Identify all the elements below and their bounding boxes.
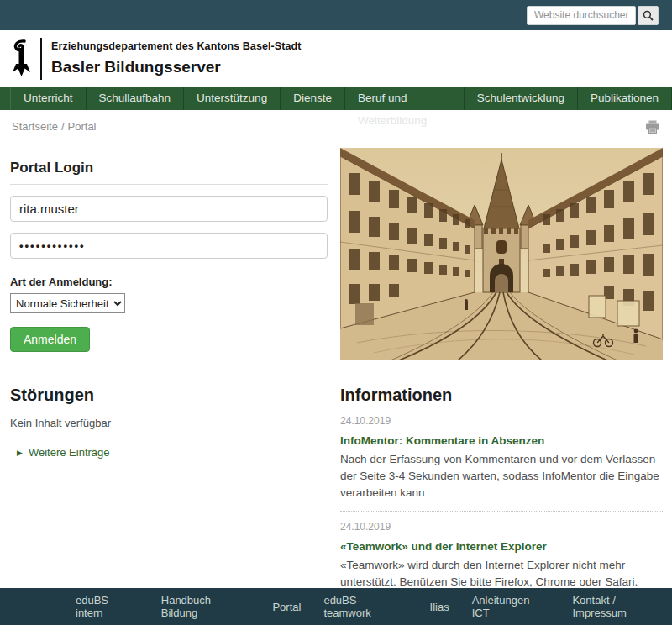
top-bar (0, 0, 672, 30)
site-header: Erziehungsdepartement des Kantons Basel-… (0, 30, 672, 87)
news-body: Nach der Erfassung von Kommentaren und v… (340, 451, 663, 502)
auth-type-select[interactable]: Normale Sicherheit (10, 293, 125, 313)
nav-item-schullaufbahn[interactable]: Schullaufbahn (87, 87, 185, 110)
login-panel: Portal Login Art der Anmeldung: Normale … (10, 143, 328, 360)
top-row: Portal Login Art der Anmeldung: Normale … (10, 143, 663, 360)
footer-link-handbuch-bildung[interactable]: Handbuch Bildung (161, 594, 250, 619)
auth-type-label: Art der Anmeldung: (10, 276, 328, 288)
printer-icon[interactable] (645, 120, 660, 134)
nav-item-dienste[interactable]: Dienste (281, 87, 345, 110)
news-title-link[interactable]: «Teamwork» und der Internet Explorer (340, 540, 663, 553)
main-content: Portal Login Art der Anmeldung: Normale … (0, 143, 672, 625)
footer-link-kontakt-impressum[interactable]: Kontakt / Impressum (572, 594, 672, 619)
login-title: Portal Login (10, 160, 328, 185)
more-entries-label: Weitere Einträge (29, 446, 110, 459)
stoerungen-empty-text: Kein Inhalt verfügbar (10, 417, 328, 429)
login-button[interactable]: Anmelden (10, 327, 90, 352)
more-entries-link[interactable]: ▶ Weitere Einträge (17, 446, 328, 459)
nav-item-unterricht[interactable]: Unterricht (10, 87, 87, 110)
breadcrumb-row: Startseite/Portal (0, 110, 672, 143)
search-input[interactable] (527, 6, 636, 25)
breadcrumb: Startseite/Portal (12, 120, 97, 133)
basel-street-drawing (340, 148, 663, 360)
news-item: 24.10.2019 InfoMentor: Kommentare in Abs… (340, 415, 663, 512)
news-title-link[interactable]: InfoMentor: Kommentare in Absenzen (340, 434, 663, 447)
footer: eduBS intern Handbuch Bildung Portal edu… (0, 588, 672, 625)
username-field[interactable] (10, 196, 328, 222)
informationen-title: Informationen (340, 386, 663, 405)
footer-link-anleitungen-ict[interactable]: Anleitungen ICT (472, 594, 550, 619)
basel-crest-icon (10, 39, 33, 78)
nav-item-schulentwicklung[interactable]: Schulentwicklung (465, 87, 578, 110)
footer-link-edubs-intern[interactable]: eduBS intern (76, 594, 139, 619)
portal-image-panel (340, 143, 663, 360)
search-button[interactable] (638, 6, 659, 25)
header-titles: Erziehungsdepartement des Kantons Basel-… (51, 40, 302, 76)
breadcrumb-separator: / (61, 120, 65, 133)
portal-page: Erziehungsdepartement des Kantons Basel-… (0, 0, 672, 625)
footer-link-ilias[interactable]: Ilias (430, 601, 449, 613)
header-divider (40, 38, 42, 80)
nav-item-unterstuetzung[interactable]: Unterstützung (184, 87, 281, 110)
footer-link-edubs-teamwork[interactable]: eduBS-teamwork (323, 594, 407, 619)
breadcrumb-home[interactable]: Startseite (12, 120, 58, 133)
nav-item-beruf-weiterbildung[interactable]: Beruf und Weiterbildung (345, 87, 465, 110)
department-name: Erziehungsdepartement des Kantons Basel-… (51, 40, 302, 52)
breadcrumb-current: Portal (68, 120, 97, 133)
site-search (527, 6, 659, 25)
triangle-right-icon: ▶ (17, 449, 23, 457)
site-title: Basler Bildungsserver (51, 58, 302, 76)
password-field[interactable] (10, 233, 328, 259)
news-date: 24.10.2019 (340, 415, 663, 427)
main-nav: Unterricht Schullaufbahn Unterstützung D… (0, 87, 672, 110)
footer-link-portal[interactable]: Portal (272, 601, 301, 613)
search-icon (643, 10, 654, 21)
stoerungen-title: Störungen (10, 386, 328, 405)
news-body: «Teamwork» wird durch den Internet Explo… (340, 557, 663, 591)
news-date: 24.10.2019 (340, 521, 663, 533)
nav-item-publikationen[interactable]: Publikationen (578, 87, 672, 110)
